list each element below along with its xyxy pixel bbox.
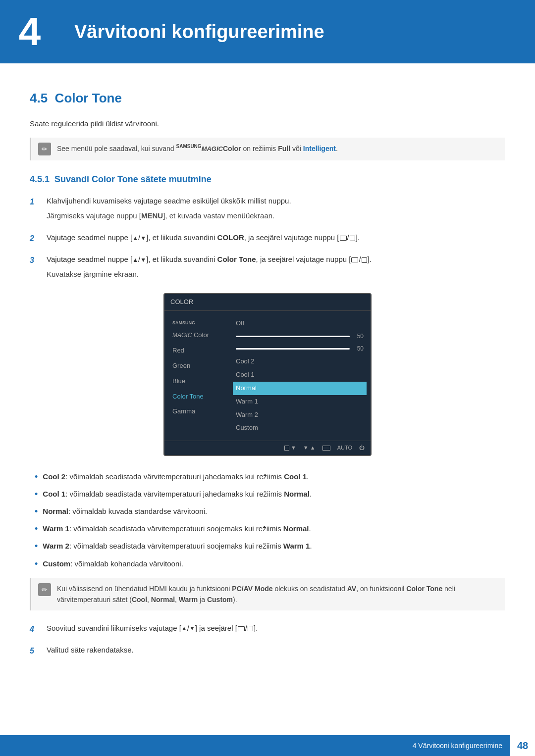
step-5-text: Valitud säte rakendatakse. xyxy=(47,644,505,656)
note-icon-2 xyxy=(38,583,51,596)
step-5: 5 Valitud säte rakendatakse. xyxy=(30,644,505,659)
step-content-1: Klahvijuhendi kuvamiseks vajutage seadme… xyxy=(47,195,505,225)
step-1-sub: Järgmiseks vajutage nuppu [MENU], et kuv… xyxy=(47,210,505,222)
menu-item-magic-color: SAMSUNG MAGIC Color xyxy=(164,317,229,343)
bullet-cool2: • Cool 2: võimaldab seadistada värvitemp… xyxy=(35,471,505,483)
submenu-panel: Off 50 50 xyxy=(229,315,371,437)
menu-item-colortone: Color Tone xyxy=(164,389,229,404)
bullet-normal: • Normal: võimaldab kuvada standardse vä… xyxy=(35,505,505,518)
monitor-screen: COLOR SAMSUNG MAGIC Color Red Green Blue… xyxy=(163,293,372,455)
step-3-sub: Kuvatakse järgmine ekraan. xyxy=(47,268,505,280)
step-4: 4 Soovitud suvandini liikumiseks vajutag… xyxy=(30,622,505,637)
footer-btn-power: ⏻ xyxy=(359,444,365,453)
note-text-1: See menüü pole saadaval, kui suvand SAMS… xyxy=(57,143,338,154)
footer-page-number: 48 xyxy=(510,735,535,756)
submenu-warm1: Warm 1 xyxy=(233,395,367,408)
footer-chapter-ref: 4 Värvitooni konfigureerimine xyxy=(413,740,510,751)
footer-btn-enter xyxy=(322,444,330,453)
step-3: 3 Vajutage seadmel nuppe [▲/▼], et liiku… xyxy=(30,253,505,283)
menu-item-green: Green xyxy=(164,358,229,374)
step-4-text: Soovitud suvandini liikumiseks vajutage … xyxy=(47,622,505,634)
bullet-custom: • Custom: võimaldab kohandada värvitooni… xyxy=(35,558,505,570)
footer-btn-auto: AUTO xyxy=(337,444,352,453)
submenu-custom: Custom xyxy=(233,421,367,435)
footer-btn-nav: ▼ ▲ xyxy=(303,444,316,453)
step-3-main: Vajutage seadmel nuppe [▲/▼], et liikuda… xyxy=(47,253,505,265)
submenu-red-slider: 50 xyxy=(233,330,367,343)
submenu-cool1: Cool 1 xyxy=(233,368,367,382)
bullet-list: • Cool 2: võimaldab seadistada värvitemp… xyxy=(30,471,505,570)
submenu-off: Off xyxy=(233,317,367,330)
step-2-main: Vajutage seadmel nuppe [▲/▼], et liikuda… xyxy=(47,232,505,244)
chapter-number: 4 xyxy=(0,0,59,63)
step-content-3: Vajutage seadmel nuppe [▲/▼], et liikuda… xyxy=(47,253,505,283)
menu-item-blue: Blue xyxy=(164,374,229,389)
bullet-warm1: • Warm 1: võimaldab seadistada värvitemp… xyxy=(35,523,505,535)
submenu-warm2: Warm 2 xyxy=(233,408,367,422)
monitor-footer: ▼ ▼ ▲ AUTO ⏻ xyxy=(164,441,371,455)
step-number-1: 1 xyxy=(30,195,40,208)
chapter-title: Värvitooni konfigureerimine xyxy=(74,17,324,47)
step-number-4: 4 xyxy=(30,622,40,636)
submenu-normal: Normal xyxy=(233,382,367,395)
note-text-2: Kui välissisend on ühendatud HDMI kaudu … xyxy=(57,583,498,605)
intro-text: Saate reguleerida pildi üldist värvitoon… xyxy=(30,118,505,130)
note-box-1: See menüü pole saadaval, kui suvand SAMS… xyxy=(30,138,505,160)
main-content: 4.5 Color Tone Saate reguleerida pildi ü… xyxy=(0,83,535,706)
page-footer: 4 Värvitooni konfigureerimine 48 xyxy=(0,735,535,756)
bullet-cool1: • Cool 1: võimaldab seadistada värvitemp… xyxy=(35,488,505,501)
chapter-title-block: Värvitooni konfigureerimine xyxy=(59,0,339,63)
monitor-title: COLOR xyxy=(170,298,193,305)
submenu-green-slider: 50 xyxy=(233,343,367,355)
note-box-2: Kui välissisend on ühendatud HDMI kaudu … xyxy=(30,578,505,610)
section-title: 4.5 Color Tone xyxy=(30,88,505,109)
step-content-5: Valitud säte rakendatakse. xyxy=(47,644,505,659)
subsection-title: 4.5.1 Suvandi Color Tone sätete muutmine xyxy=(30,172,505,187)
step-2: 2 Vajutage seadmel nuppe [▲/▼], et liiku… xyxy=(30,232,505,247)
page-header: 4 Värvitooni konfigureerimine xyxy=(0,0,535,63)
step-number-2: 2 xyxy=(30,232,40,245)
step-content-4: Soovitud suvandini liikumiseks vajutage … xyxy=(47,622,505,637)
menu-item-gamma: Gamma xyxy=(164,404,229,419)
step-1: 1 Klahvijuhendi kuvamiseks vajutage sead… xyxy=(30,195,505,225)
step-number-5: 5 xyxy=(30,644,40,657)
submenu-cool2: Cool 2 xyxy=(233,355,367,368)
footer-btn-left: ▼ xyxy=(284,444,296,453)
note-icon-1 xyxy=(38,143,51,155)
step-1-main: Klahvijuhendi kuvamiseks vajutage seadme… xyxy=(47,195,505,207)
menu-list: SAMSUNG MAGIC Color Red Green Blue Color… xyxy=(164,315,229,437)
monitor-titlebar: COLOR xyxy=(164,294,371,311)
step-content-2: Vajutage seadmel nuppe [▲/▼], et liikuda… xyxy=(47,232,505,247)
monitor-body: SAMSUNG MAGIC Color Red Green Blue Color… xyxy=(164,311,371,441)
monitor-container: COLOR SAMSUNG MAGIC Color Red Green Blue… xyxy=(30,293,505,455)
menu-item-red: Red xyxy=(164,343,229,358)
step-number-3: 3 xyxy=(30,253,40,267)
bullet-warm2: • Warm 2: võimaldab seadistada värvitemp… xyxy=(35,540,505,553)
